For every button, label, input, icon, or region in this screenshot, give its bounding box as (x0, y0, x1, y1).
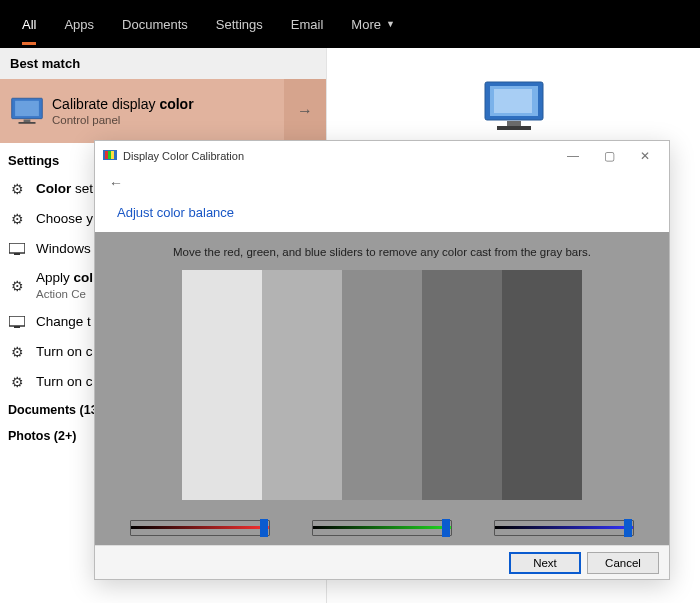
rgb-sliders (95, 517, 669, 539)
back-button[interactable]: ← (109, 175, 123, 191)
tab-all[interactable]: All (8, 0, 50, 48)
slider-thumb[interactable] (624, 519, 632, 537)
cancel-button[interactable]: Cancel (587, 552, 659, 574)
chevron-down-icon: ▼ (386, 19, 395, 29)
calibration-area: Move the red, green, and blue sliders to… (95, 232, 669, 545)
best-match-header: Best match (0, 48, 326, 79)
tab-more[interactable]: More▼ (337, 0, 409, 48)
green-slider[interactable] (312, 517, 452, 539)
gray-bar-4 (422, 270, 502, 500)
dialog-footer: Next Cancel (95, 545, 669, 579)
gear-icon: ⚙ (8, 180, 26, 198)
slider-thumb[interactable] (442, 519, 450, 537)
result-label: Turn on c (36, 344, 93, 361)
result-label: Apply col Action Ce (36, 270, 93, 301)
svg-rect-7 (14, 326, 20, 328)
tab-label: More (351, 17, 381, 32)
gray-bars (95, 270, 669, 500)
svg-rect-6 (9, 316, 25, 326)
arrow-right-icon: → (297, 102, 313, 120)
tab-label: Documents (122, 17, 188, 32)
gray-bar-1 (182, 270, 262, 500)
window-title: Display Color Calibration (123, 150, 244, 162)
gray-bar-3 (342, 270, 422, 500)
gear-icon: ⚙ (8, 373, 26, 391)
result-label: Turn on c (36, 374, 93, 391)
best-match-title: Calibrate display color (52, 96, 284, 112)
gray-bar-5 (502, 270, 582, 500)
blue-slider[interactable] (494, 517, 634, 539)
svg-rect-3 (19, 122, 36, 124)
red-slider[interactable] (130, 517, 270, 539)
tab-apps[interactable]: Apps (50, 0, 108, 48)
svg-rect-4 (9, 243, 25, 253)
titlebar: Display Color Calibration — ▢ ✕ (95, 141, 669, 171)
best-match-item[interactable]: Calibrate display color Control panel → (0, 79, 326, 143)
open-arrow-button[interactable]: → (284, 79, 326, 143)
svg-rect-5 (14, 253, 20, 255)
result-label: Color set (36, 181, 93, 198)
result-label: Choose y (36, 211, 93, 228)
tab-settings[interactable]: Settings (202, 0, 277, 48)
minimize-icon: — (567, 149, 579, 163)
minimize-button[interactable]: — (555, 143, 591, 169)
best-match-text: Calibrate display color Control panel (52, 96, 284, 126)
result-label: Change t (36, 314, 91, 331)
svg-rect-15 (108, 151, 111, 159)
result-label: Windows (36, 241, 91, 258)
gear-icon: ⚙ (8, 210, 26, 228)
tab-label: Settings (216, 17, 263, 32)
svg-rect-14 (105, 151, 108, 159)
best-match-subtitle: Control panel (52, 114, 284, 126)
monitor-icon (8, 313, 26, 331)
svg-rect-1 (15, 101, 39, 116)
close-button[interactable]: ✕ (627, 143, 663, 169)
svg-rect-10 (494, 89, 532, 113)
maximize-button[interactable]: ▢ (591, 143, 627, 169)
svg-rect-12 (497, 126, 531, 130)
arrow-left-icon: ← (109, 175, 123, 191)
close-icon: ✕ (640, 149, 650, 163)
tab-documents[interactable]: Documents (108, 0, 202, 48)
tab-label: Email (291, 17, 324, 32)
next-button[interactable]: Next (509, 552, 581, 574)
instruction-text: Move the red, green, and blue sliders to… (95, 246, 669, 258)
gear-icon: ⚙ (8, 343, 26, 361)
gray-bar-2 (262, 270, 342, 500)
step-heading: Adjust color balance (95, 201, 669, 232)
button-label: Next (533, 557, 557, 569)
monitor-icon (8, 240, 26, 258)
monitor-icon (8, 92, 46, 130)
svg-rect-2 (24, 120, 31, 123)
color-calibration-window: Display Color Calibration — ▢ ✕ ← Adjust… (94, 140, 670, 580)
tab-label: Apps (64, 17, 94, 32)
button-label: Cancel (605, 557, 641, 569)
maximize-icon: ▢ (604, 149, 615, 163)
app-icon (103, 149, 117, 163)
svg-rect-11 (507, 121, 521, 126)
search-tab-bar: All Apps Documents Settings Email More▼ (0, 0, 700, 48)
tab-label: All (22, 17, 36, 32)
gear-icon: ⚙ (8, 277, 26, 295)
tab-email[interactable]: Email (277, 0, 338, 48)
monitor-large-icon (479, 78, 549, 134)
slider-thumb[interactable] (260, 519, 268, 537)
svg-rect-16 (111, 151, 114, 159)
